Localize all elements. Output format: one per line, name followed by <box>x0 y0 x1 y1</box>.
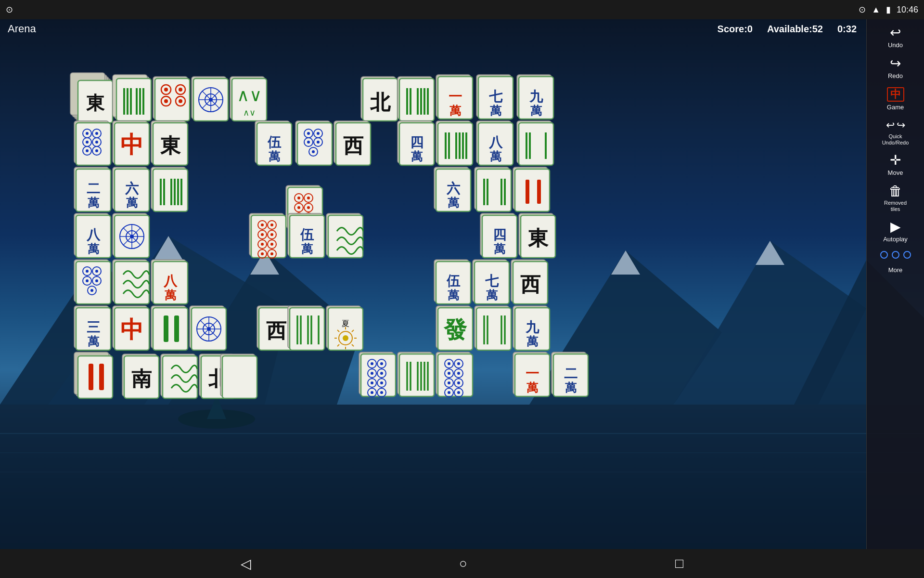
tile-north-1[interactable]: 北 <box>361 77 398 121</box>
tile-bamboo-r3n[interactable] <box>513 167 550 211</box>
tile-circles-bot[interactable] <box>359 352 396 397</box>
dots-button[interactable] <box>872 248 920 262</box>
tile-group-far-left[interactable]: 東 <box>70 73 113 123</box>
tile-wave-r5[interactable] <box>113 260 149 304</box>
tile-7wan[interactable]: 七 萬 <box>476 75 513 119</box>
tile-6wan-r3r[interactable]: 六 萬 <box>434 167 471 211</box>
svg-point-289 <box>343 335 348 341</box>
svg-point-354 <box>448 372 450 375</box>
home-button[interactable]: ○ <box>451 552 475 575</box>
main-area: Arena Score:0 Available:52 0:32 <box>0 19 924 559</box>
undo-button[interactable]: ↩ Undo <box>872 23 920 52</box>
tile-bamboo-r6r2[interactable] <box>475 306 511 350</box>
tile-wave-1[interactable]: ∧∨ ∧∨ <box>230 77 267 121</box>
svg-rect-263 <box>164 315 168 342</box>
tile-bamboo-r3fr[interactable] <box>475 167 511 211</box>
redo-button[interactable]: ↪ Redo <box>872 54 920 83</box>
tile-3wan-r6[interactable]: 三 萬 <box>74 306 111 350</box>
tile-circles-bot2[interactable] <box>436 352 473 397</box>
tile-bamboo-r6c2[interactable] <box>288 260 324 350</box>
tile-dots-r2[interactable] <box>295 121 332 165</box>
game-button[interactable]: 中 Game <box>872 84 920 114</box>
svg-text:六: 六 <box>446 181 461 196</box>
tile-9wan[interactable]: 九 萬 <box>517 75 553 119</box>
svg-text:六: 六 <box>125 181 139 196</box>
tile-bamboo-r2fr[interactable] <box>517 121 553 165</box>
tile-chung-r6[interactable]: 中 <box>113 306 149 350</box>
tile-flower-r4[interactable] <box>113 213 149 258</box>
tile-area[interactable]: 東 <box>0 19 866 559</box>
tile-5wan-c[interactable]: 伍 萬 <box>255 121 292 165</box>
tile-west-r5fr[interactable]: 西 <box>511 260 548 304</box>
svg-point-326 <box>371 362 373 365</box>
tile-stack-bot-l[interactable] <box>74 352 113 398</box>
tile-4wan-r2[interactable]: 四 萬 <box>398 121 434 165</box>
tile-bamboo-r3[interactable] <box>151 167 188 211</box>
svg-text:一: 一 <box>449 89 462 104</box>
autoplay-button[interactable]: ▶ Autoplay <box>872 217 920 246</box>
tile-7wan-r5r[interactable]: 七 萬 <box>473 260 509 304</box>
removed-tiles-button[interactable]: 🗑 Removedtiles <box>872 182 920 215</box>
tile-1wan[interactable]: 一 萬 <box>436 75 473 119</box>
svg-point-163 <box>297 206 300 209</box>
tile-west-r2[interactable]: 西 <box>334 121 371 165</box>
tile-dots-r4c[interactable] <box>249 213 286 258</box>
tile-circle-1[interactable] <box>192 77 228 121</box>
svg-point-330 <box>371 381 373 384</box>
move-button[interactable]: ✛ Move <box>872 151 920 180</box>
tile-6wan-r3[interactable]: 六 萬 <box>113 167 149 211</box>
redo-icon: ↪ <box>890 57 901 70</box>
svg-text:萬: 萬 <box>494 243 506 255</box>
tile-bamboo-r6[interactable] <box>151 306 188 350</box>
svg-text:西: 西 <box>266 320 287 342</box>
tile-4wan-r4r[interactable]: 四 萬 <box>480 213 517 258</box>
play-icon: ▶ <box>890 220 901 234</box>
tile-1wan-r7fr[interactable]: 一 萬 <box>513 306 550 396</box>
tile-circles-l-r5[interactable] <box>74 260 111 304</box>
tile-bamboo-1[interactable] <box>113 75 151 121</box>
svg-point-162 <box>307 197 310 199</box>
quick-undo-redo-button[interactable]: ↩ ↪ QuickUndo/Redo <box>872 116 920 149</box>
tile-flower-r6[interactable] <box>190 306 226 350</box>
svg-text:七: 七 <box>485 274 499 289</box>
tile-chung[interactable]: 中 <box>113 121 149 165</box>
tile-fa-r6r[interactable]: 發 <box>436 306 473 350</box>
svg-point-235 <box>95 279 98 282</box>
svg-text:萬: 萬 <box>449 105 462 117</box>
tile-bamboo-r1[interactable] <box>398 77 434 121</box>
tile-summer[interactable]: 夏 <box>326 306 363 350</box>
svg-text:萬: 萬 <box>530 105 542 117</box>
right-panel: ↩ Undo ↪ Redo 中 Game ↩ ↪ QuickUndo/Redo … <box>866 19 924 559</box>
tile-south-bot[interactable]: 南 <box>122 354 159 398</box>
tile-5wan-r4c[interactable]: 伍 萬 <box>288 213 324 258</box>
tile-8wan-r5[interactable]: 八 萬 <box>151 260 188 304</box>
svg-point-87 <box>86 141 89 144</box>
svg-point-204 <box>261 223 264 226</box>
tile-bamboo-bot[interactable] <box>398 352 434 396</box>
tile-empty-bot-c[interactable] <box>220 354 257 398</box>
svg-rect-366 <box>78 356 113 398</box>
tile-circles-l2[interactable] <box>74 121 111 165</box>
svg-rect-378 <box>222 356 257 398</box>
recent-button[interactable]: □ <box>667 552 691 575</box>
tile-dots-1[interactable] <box>153 77 190 121</box>
tile-2wan-r3[interactable]: 二 萬 <box>74 167 111 211</box>
clock: 10:46 <box>897 5 918 15</box>
tile-east-r4fr[interactable]: 東 <box>519 213 555 258</box>
svg-text:中: 中 <box>120 132 143 158</box>
tile-5wan-r5r[interactable]: 伍 萬 <box>434 260 471 304</box>
tile-bamboo-r2[interactable] <box>436 121 473 165</box>
tile-8wan-r4[interactable]: 八 萬 <box>74 213 111 258</box>
tile-wave-r4[interactable] <box>326 213 363 258</box>
tile-2wan-r7[interactable]: 二 萬 <box>552 352 588 396</box>
svg-text:萬: 萬 <box>88 335 100 348</box>
tile-8wan-r2[interactable]: 八 萬 <box>476 121 513 165</box>
tile-wave-bot[interactable] <box>161 354 197 398</box>
more-button[interactable]: More <box>872 263 920 277</box>
svg-rect-24 <box>116 79 151 121</box>
svg-text:二: 二 <box>564 366 578 381</box>
back-button[interactable]: ◁ <box>233 552 259 576</box>
tile-east-r2[interactable]: 東 <box>151 121 188 165</box>
svg-rect-311 <box>513 306 548 348</box>
svg-point-233 <box>95 270 98 273</box>
